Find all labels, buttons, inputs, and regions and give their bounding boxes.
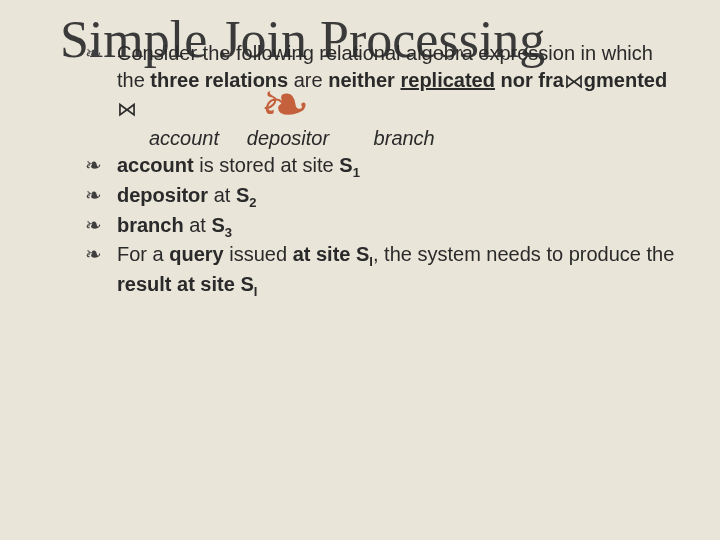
b4-sub: 3 xyxy=(225,225,232,240)
b3-sub: 2 xyxy=(249,195,256,210)
b5-b2: at site S xyxy=(293,243,370,265)
bullet-5-text: For a query issued at site SI, the syste… xyxy=(117,241,680,300)
b5-p1: For a xyxy=(117,243,169,265)
b2-site: S xyxy=(339,154,352,176)
b1-bold3b: gmented xyxy=(584,69,667,91)
bullet-2-text: account is stored at site S1 xyxy=(117,152,680,182)
bullet-4: ❧ branch at S3 xyxy=(85,212,680,242)
b4-bold: branch xyxy=(117,214,184,236)
rel3: branch xyxy=(374,127,435,149)
rel1: account xyxy=(149,127,219,149)
bullet-3-text: depositor at S2 xyxy=(117,182,680,212)
b1-bold1: three relations xyxy=(150,69,288,91)
content-area: ❧ Consider the following relational alge… xyxy=(85,40,680,300)
b1-mid1: are xyxy=(288,69,328,91)
b5-b3: result at site S xyxy=(117,273,254,295)
b5-p2: issued xyxy=(224,243,293,265)
b2-bold: account xyxy=(117,154,194,176)
b2-sub: 1 xyxy=(353,165,360,180)
b1-bold3a: nor fra xyxy=(495,69,564,91)
bullet-icon: ❧ xyxy=(85,212,107,242)
b1-underlined: replicated xyxy=(400,69,494,91)
b3-bold: depositor xyxy=(117,184,208,206)
bullet-3: ❧ depositor at S2 xyxy=(85,182,680,212)
b2-text: is stored at site xyxy=(194,154,340,176)
b5-sub2: I xyxy=(254,284,258,299)
relation-expr: account depositor branch xyxy=(117,125,680,152)
join-icon: ⋈ xyxy=(564,70,584,92)
bullet-2: ❧ account is stored at site S1 xyxy=(85,152,680,182)
bullet-5: ❧ For a query issued at site SI, the sys… xyxy=(85,241,680,300)
bullet-icon: ❧ xyxy=(85,152,107,182)
bullet-4-text: branch at S3 xyxy=(117,212,680,242)
b4-text: at xyxy=(184,214,212,236)
bullet-1-text: Consider the following relational algebr… xyxy=(117,40,680,152)
join-icon: ⋈ xyxy=(117,98,137,120)
bullet-1: ❧ Consider the following relational alge… xyxy=(85,40,680,152)
b3-text: at xyxy=(208,184,236,206)
b5-b1: query xyxy=(169,243,223,265)
b3-site: S xyxy=(236,184,249,206)
bullet-icon: ❧ xyxy=(85,40,107,152)
rel2: depositor xyxy=(247,127,329,149)
bullet-icon: ❧ xyxy=(85,241,107,300)
b5-p3: , the system needs to produce the xyxy=(373,243,674,265)
b4-site: S xyxy=(211,214,224,236)
b1-bold2: neither xyxy=(328,69,400,91)
bullet-icon: ❧ xyxy=(85,182,107,212)
